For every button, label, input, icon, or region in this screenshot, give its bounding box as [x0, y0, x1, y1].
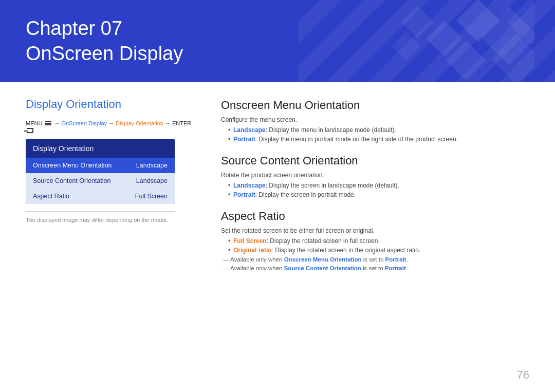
arrow3: → — [165, 120, 171, 126]
arrow2: → — [108, 120, 114, 126]
menu-table-header: Display Orientation — [26, 139, 175, 158]
aspect-item-1: Full Screen: Display the rotated screen … — [228, 237, 529, 245]
onscreen-item-1: Landscape: Display the menu in landscape… — [228, 126, 529, 134]
divider — [26, 211, 175, 212]
onscreen-intro: Configure the menu screen. — [221, 116, 529, 123]
header-title: Chapter 07 OnScreen Display — [26, 16, 183, 67]
chapter-topic: OnScreen Display — [26, 41, 183, 66]
onscreen-item-2: Portrait: Display the menu in portrait m… — [228, 136, 529, 143]
aspect-text-1: : Display the rotated screen in full scr… — [267, 237, 380, 245]
svg-rect-2 — [427, 21, 463, 57]
menu-row-value-2: Landscape — [136, 177, 168, 184]
arrow1: → — [54, 120, 60, 126]
breadcrumb-enter: ENTER — [172, 120, 191, 126]
breadcrumb-step2: Display Orientation — [116, 120, 163, 126]
aspect-note2-link: Source Content Orientation — [284, 265, 361, 271]
aspect-item-2: Original ratio: Display the rotated scre… — [228, 247, 529, 254]
menu-row-label-3: Aspect Ratio — [33, 193, 69, 200]
aspect-note1-value: Portrait — [385, 256, 406, 263]
header-banner: Chapter 07 OnScreen Display — [0, 0, 555, 82]
left-section-title: Display Orientation — [26, 98, 200, 111]
section-onscreen-menu: Onscreen Menu Orientation Configure the … — [221, 99, 529, 143]
menu-row-value-3: Full Screen — [135, 193, 168, 200]
source-text-2: : Display the screen in portrait mode. — [255, 191, 356, 198]
source-intro: Rotate the product screen orientation. — [221, 172, 529, 179]
left-note: The displayed image may differ depending… — [26, 217, 200, 223]
svg-rect-1 — [479, 7, 534, 65]
menu-row-onscreen[interactable]: Onscreen Menu Orientation Landscape — [26, 158, 175, 173]
source-key-1: Landscape — [233, 182, 266, 189]
left-column: Display Orientation MENU → OnScreen Disp… — [26, 98, 200, 377]
page-number: 76 — [517, 368, 529, 382]
menu-table: Display Orientation Onscreen Menu Orient… — [26, 139, 175, 204]
enter-icon — [27, 128, 33, 133]
onscreen-key-2: Portrait — [233, 136, 255, 143]
menu-row-label-1: Onscreen Menu Orientation — [33, 162, 112, 169]
section-source-content: Source Content Orientation Rotate the pr… — [221, 154, 529, 198]
aspect-note-2: Available only when Source Content Orien… — [221, 265, 529, 271]
onscreen-list: Landscape: Display the menu in landscape… — [221, 126, 529, 143]
aspect-intro: Set the rotated screen to be either full… — [221, 227, 529, 234]
breadcrumb-step1: OnScreen Display — [61, 120, 107, 126]
aspect-heading: Aspect Ratio — [221, 210, 529, 223]
svg-rect-3 — [491, 34, 534, 82]
onscreen-heading: Onscreen Menu Orientation — [221, 99, 529, 112]
svg-rect-4 — [401, 6, 434, 39]
menu-row-aspect[interactable]: Aspect Ratio Full Screen — [26, 189, 175, 204]
aspect-note-1: Available only when Onscreen Menu Orient… — [221, 256, 529, 263]
aspect-list: Full Screen: Display the rotated screen … — [221, 237, 529, 254]
breadcrumb: MENU → OnScreen Display → Display Orient… — [26, 120, 200, 133]
source-item-1: Landscape: Display the screen in landsca… — [228, 182, 529, 189]
aspect-text-2: : Display the rotated screen in the orig… — [272, 247, 421, 254]
aspect-key-2: Original ratio — [233, 247, 272, 254]
svg-rect-0 — [456, 0, 500, 42]
source-item-2: Portrait: Display the screen in portrait… — [228, 191, 529, 198]
source-list: Landscape: Display the screen in landsca… — [221, 182, 529, 198]
source-key-2: Portrait — [233, 191, 255, 198]
aspect-key-1: Full Screen — [233, 237, 267, 245]
right-column: Onscreen Menu Orientation Configure the … — [221, 98, 529, 377]
svg-rect-5 — [446, 41, 486, 81]
aspect-note1-link: Onscreen Menu Orientation — [284, 256, 362, 263]
menu-row-label-2: Source Content Orientation — [33, 177, 110, 184]
menu-icon — [45, 121, 51, 125]
onscreen-text-2: : Display the menu in portrait mode on t… — [255, 136, 458, 143]
source-text-1: : Display the screen in landscape mode (… — [266, 182, 399, 189]
main-content: Display Orientation MENU → OnScreen Disp… — [0, 82, 555, 392]
section-aspect-ratio: Aspect Ratio Set the rotated screen to b… — [221, 210, 529, 271]
menu-row-source[interactable]: Source Content Orientation Landscape — [26, 173, 175, 189]
aspect-note2-value: Portrait — [385, 265, 406, 271]
svg-rect-7 — [392, 32, 421, 61]
menu-row-value-1: Landscape — [136, 162, 168, 169]
source-heading: Source Content Orientation — [221, 154, 529, 167]
onscreen-key-1: Landscape — [233, 126, 266, 134]
breadcrumb-menu: MENU — [26, 120, 42, 126]
decorative-diamonds — [329, 0, 534, 82]
onscreen-text-1: : Display the menu in landscape mode (de… — [266, 126, 396, 134]
svg-rect-6 — [507, 0, 534, 46]
chapter-label: Chapter 07 — [26, 16, 183, 41]
